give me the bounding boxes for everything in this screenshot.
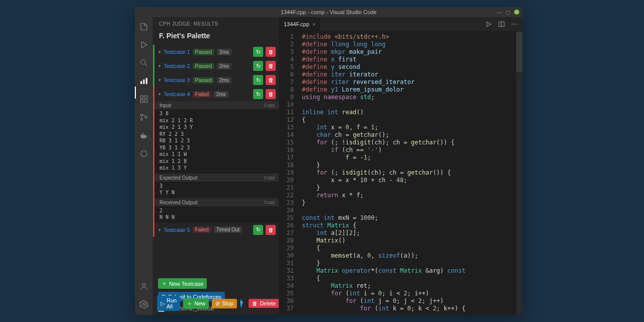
window-title: 1344F.cpp - comp - Visual Studio Code [281, 9, 377, 15]
time-badge: Timed Out [214, 226, 242, 233]
line-gutter: 1234567891011121314151617181920212223242… [279, 31, 299, 315]
titlebar: 1344F.cpp - comp - Visual Studio Code — … [135, 7, 522, 17]
status-badge: Passed [193, 49, 214, 55]
docker-icon[interactable] [138, 130, 149, 141]
testcase-row[interactable]: ▾Testcase 3Passed2ms↻🗑 [153, 73, 279, 87]
copy-button[interactable]: Copy [264, 175, 275, 181]
explorer-icon[interactable] [138, 21, 149, 32]
svg-point-15 [142, 303, 145, 306]
delete-testcase-icon[interactable]: 🗑 [266, 89, 276, 99]
run-icon[interactable] [138, 39, 149, 50]
code-editor[interactable]: 1234567891011121314151617181920212223242… [279, 31, 522, 315]
status-badge: Passed [193, 63, 214, 69]
split-editor-icon[interactable] [498, 21, 505, 28]
remote-icon[interactable] [138, 148, 149, 159]
delete-testcase-icon[interactable]: 🗑 [266, 47, 276, 57]
maximize-icon[interactable]: ▢ [506, 10, 510, 15]
minimize-icon[interactable]: — [497, 10, 502, 15]
extensions-icon[interactable] [138, 94, 149, 105]
svg-rect-7 [144, 96, 147, 98]
activity-bar [135, 17, 153, 315]
input-body: 3 8 mix 2 1 2 R mix 2 1 3 Y RY 2 2 3 RB … [154, 109, 279, 174]
delete-testcase-icon[interactable]: 🗑 [266, 61, 276, 71]
time-badge: 2ms [217, 49, 231, 55]
new-testcase-button[interactable]: ＋ New Testcase [158, 278, 207, 289]
stop-button[interactable]: ⊘ Stop [212, 299, 237, 308]
input-label: Input:Copy [154, 101, 279, 109]
copy-button[interactable]: Copy [264, 200, 275, 205]
testcase-row[interactable]: ▾Testcase 5FailedTimed Out↻🗑 [153, 223, 279, 237]
problem-title: F. Piet's Palette [153, 29, 279, 45]
svg-rect-4 [143, 79, 144, 84]
help-button[interactable]: ? [240, 299, 243, 308]
rerun-icon[interactable]: ↻ [253, 225, 263, 235]
delete-testcase-icon[interactable]: 🗑 [266, 75, 276, 85]
time-badge: 2ms [217, 63, 231, 69]
close-icon[interactable] [514, 10, 519, 15]
search-icon[interactable] [138, 57, 149, 68]
run-all-button[interactable]: ▷ Run All [157, 296, 180, 311]
testcase-row[interactable]: ▾Testcase 2Passed2ms↻🗑 [153, 59, 279, 73]
received-body: 2 N N N [154, 206, 279, 223]
testcase-name: Testcase 4 [164, 91, 190, 97]
expected-label: Expected Output:Copy [154, 174, 279, 182]
delete-testcase-icon[interactable]: 🗑 [266, 225, 276, 235]
editor-area: 1344F.cpp × ⋯ 12345678910111213141516171… [279, 17, 522, 315]
svg-marker-16 [487, 22, 491, 26]
code-content[interactable]: #include <bits/stdc++.h>#define llong lo… [299, 31, 522, 315]
svg-rect-9 [144, 100, 147, 103]
window-controls: — ▢ [497, 10, 519, 15]
svg-line-2 [144, 64, 146, 66]
settings-icon[interactable] [138, 299, 149, 310]
time-badge: 2ms [217, 77, 231, 84]
vscode-window: 1344F.cpp - comp - Visual Studio Code — … [135, 7, 522, 315]
rerun-icon[interactable]: ↻ [253, 61, 263, 71]
status-badge: Passed [193, 77, 214, 84]
chevron-down-icon: ▾ [158, 63, 161, 68]
rerun-icon[interactable]: ↻ [253, 47, 263, 57]
received-label: Received Output:Copy [154, 198, 279, 206]
account-icon[interactable] [138, 281, 149, 292]
svg-point-14 [142, 283, 145, 286]
status-badge: Failed [193, 226, 211, 233]
status-badge: Failed [193, 91, 211, 98]
close-tab-icon[interactable]: × [312, 21, 315, 27]
rerun-icon[interactable]: ↻ [253, 89, 263, 99]
tab-file[interactable]: 1344F.cpp × [279, 17, 321, 31]
sidebar-header: CPH JUDGE: RESULTS [153, 17, 279, 29]
svg-rect-3 [140, 81, 142, 84]
svg-rect-8 [140, 100, 143, 103]
svg-marker-0 [141, 42, 147, 48]
delete-button[interactable]: 🗑 Delete [249, 299, 279, 308]
minimap[interactable] [516, 31, 522, 315]
svg-point-1 [141, 60, 145, 64]
testcase-name: Testcase 5 [164, 227, 190, 233]
chevron-down-icon: ▾ [158, 77, 161, 83]
cph-sidebar: CPH JUDGE: RESULTS F. Piet's Palette ▾Te… [153, 17, 279, 315]
testcase-list: ▾Testcase 1Passed2ms↻🗑▾Testcase 2Passed2… [153, 45, 279, 274]
testcase-name: Testcase 2 [164, 63, 190, 69]
copy-button[interactable]: Copy [264, 103, 275, 108]
chevron-down-icon: ▾ [158, 227, 161, 232]
tabbar: 1344F.cpp × ⋯ [279, 17, 522, 31]
new-button[interactable]: ＋ New [183, 298, 209, 309]
svg-rect-5 [145, 78, 147, 84]
cph-icon[interactable] [138, 75, 149, 87]
source-control-icon[interactable] [138, 112, 149, 123]
tab-label: 1344F.cpp [284, 21, 309, 27]
expected-body: 3 Y Y N [154, 182, 279, 198]
time-badge: 2ms [214, 91, 228, 98]
rerun-icon[interactable]: ↻ [253, 75, 263, 85]
svg-point-13 [141, 150, 147, 156]
more-icon[interactable]: ⋯ [511, 21, 517, 28]
svg-point-12 [145, 116, 147, 118]
testcase-name: Testcase 3 [164, 77, 190, 83]
run-code-icon[interactable] [485, 21, 492, 28]
sidebar-footer: ▷ Run All ＋ New ⊘ Stop ? 🗑 Delete [157, 296, 275, 311]
testcase-row[interactable]: ▾Testcase 4Failed2ms↻🗑 [153, 87, 279, 101]
svg-rect-6 [140, 96, 143, 98]
chevron-down-icon: ▾ [158, 92, 161, 97]
testcase-row[interactable]: ▾Testcase 1Passed2ms↻🗑 [153, 45, 279, 59]
svg-point-10 [140, 114, 142, 116]
testcase-name: Testcase 1 [164, 49, 190, 55]
